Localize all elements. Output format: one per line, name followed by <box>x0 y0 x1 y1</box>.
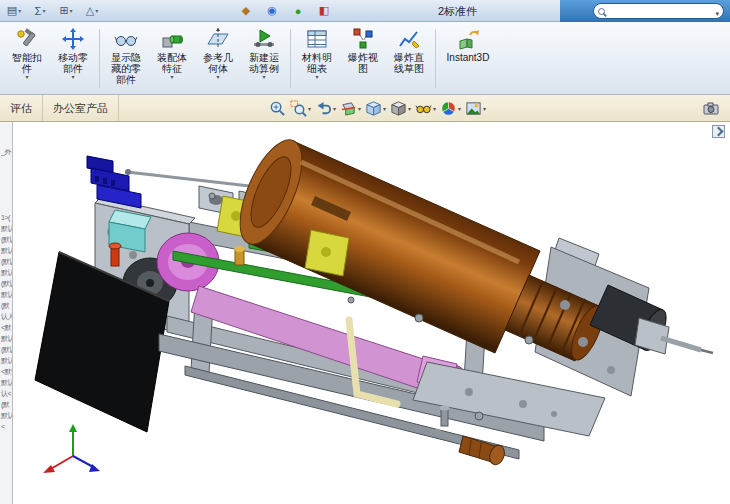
show-hidden-components-icon <box>114 27 138 51</box>
tree-item: (默认 <box>0 234 12 245</box>
tab-office-products[interactable]: 办公室产品 <box>43 95 119 121</box>
ribbon-button-assembly-features[interactable]: 装配体特征 <box>149 24 195 93</box>
yellow-guide-part[interactable] <box>305 230 349 276</box>
tree-item: 默认人 <box>0 410 12 421</box>
bill-of-materials-icon <box>305 27 329 51</box>
document-icon[interactable]: ▤ <box>2 2 26 20</box>
search-area <box>560 0 730 22</box>
title-bar: ▤ Σ ⊞ △ ◆ ◉ ● ◧ 2标准件 <box>0 0 730 22</box>
heads-up-view-toolbar <box>267 99 488 118</box>
tree-item <box>0 157 12 168</box>
hide-show-items-icon[interactable] <box>413 99 438 118</box>
tree-item: <默 <box>0 322 12 333</box>
camera-icon[interactable] <box>702 100 720 116</box>
ribbon-button-reference-geometry[interactable]: 参考几何体 <box>195 24 241 93</box>
tree-item <box>0 124 12 135</box>
edit-appearance-icon[interactable] <box>438 99 463 118</box>
view-orientation-icon[interactable] <box>363 99 388 118</box>
tree-item: 默认< <box>0 223 12 234</box>
knob-part[interactable] <box>435 430 507 467</box>
expand-viewport-icon[interactable] <box>712 125 725 138</box>
palette-icon[interactable]: ◧ <box>312 2 336 20</box>
zoom-area-icon[interactable] <box>288 99 313 118</box>
tree-item: 默认人 <box>0 355 12 366</box>
tree-item <box>0 168 12 179</box>
ribbon-divider <box>99 29 100 88</box>
display-style-icon[interactable] <box>388 99 413 118</box>
explode-line-sketch-icon <box>397 27 421 51</box>
zoom-fit-icon[interactable] <box>267 99 288 118</box>
tree-item: (默认 <box>0 278 12 289</box>
tree-item: (默认 <box>0 256 12 267</box>
tree-item: (默 <box>0 399 12 410</box>
tree-item <box>0 135 12 146</box>
search-input[interactable] <box>608 5 712 17</box>
orientation-triad <box>43 424 100 473</box>
tree-item <box>0 190 12 201</box>
ribbon-button-move-component[interactable]: 移动零部件 <box>50 24 96 93</box>
ribbon-button-exploded-view[interactable]: 爆炸视图 <box>340 24 386 93</box>
ribbon-button-show-hidden-components[interactable]: 显示隐藏的零部件 <box>103 24 149 93</box>
ribbon-button-new-motion-study[interactable]: 新建运动算例 <box>241 24 287 93</box>
ribbon-divider <box>435 29 436 88</box>
search-dropdown-icon[interactable] <box>715 2 719 20</box>
solidworks-window: ▤ Σ ⊞ △ ◆ ◉ ● ◧ 2标准件 智能扣件 移动零部件 <box>0 0 730 504</box>
tree-item: 认< <box>0 388 12 399</box>
tree-item: 默认人 <box>0 289 12 300</box>
tree-item <box>0 201 12 212</box>
move-component-icon <box>61 27 85 51</box>
search-box <box>593 3 724 19</box>
search-icon <box>598 8 605 15</box>
section-view-icon[interactable] <box>338 99 363 118</box>
red-screw-part[interactable] <box>109 243 121 266</box>
tree-item: 认人 <box>0 311 12 322</box>
tree-item <box>0 179 12 190</box>
tree-item: 默认 <box>0 377 12 388</box>
window-title: 2标准件 <box>438 4 477 19</box>
feature-manager-collapsed[interactable]: _外 1>( 默认< (默认 默认人 (默认 默认人 (默认 默认人 (默 认人… <box>0 122 13 504</box>
ribbon-button-instant3d[interactable]: Instant3D <box>439 24 497 93</box>
previous-view-icon[interactable] <box>313 99 338 118</box>
tree-item: 1>( <box>0 212 12 223</box>
warning-icon[interactable]: △ <box>80 2 104 20</box>
tree-item: 默认 <box>0 333 12 344</box>
new-motion-study-icon <box>252 27 276 51</box>
tree-item: < <box>0 421 12 432</box>
target-icon[interactable]: ◉ <box>260 2 284 20</box>
command-manager-tabs: 评估 办公室产品 <box>0 95 730 122</box>
tree-item: _外 <box>0 146 12 157</box>
ribbon-divider <box>290 29 291 88</box>
smart-fastener-icon <box>15 27 39 51</box>
tree-item: (默认 <box>0 344 12 355</box>
tree-item: 默认人 <box>0 267 12 278</box>
tab-evaluate[interactable]: 评估 <box>0 95 43 121</box>
globe-icon[interactable]: ● <box>286 2 310 20</box>
tree-item: 默认人 <box>0 245 12 256</box>
wrench-icon[interactable]: ◆ <box>234 2 258 20</box>
ribbon-button-bill-of-materials[interactable]: 材料明细表 <box>294 24 340 93</box>
ribbon-button-explode-line-sketch[interactable]: 爆炸直线草图 <box>386 24 432 93</box>
sigma-icon[interactable]: Σ <box>28 2 52 20</box>
instant3d-icon <box>456 27 480 51</box>
main-area: _外 1>( 默认< (默认 默认人 (默认 默认人 (默认 默认人 (默 认人… <box>0 122 730 504</box>
tree-item: (默 <box>0 300 12 311</box>
view-settings-icon[interactable] <box>463 99 488 118</box>
graphics-area[interactable] <box>13 122 730 504</box>
assembly-model[interactable] <box>13 122 729 504</box>
command-manager: 智能扣件 移动零部件 显示隐藏的零部件 装配体特征 参考几何体 新建运动算例 材… <box>0 22 730 95</box>
blue-bracket-part[interactable] <box>87 156 141 208</box>
window-icon[interactable]: ⊞ <box>54 2 78 20</box>
tree-item: <默认 <box>0 366 12 377</box>
assembly-features-icon <box>160 27 184 51</box>
reference-geometry-icon <box>206 27 230 51</box>
ribbon-button-smart-fasteners[interactable]: 智能扣件 <box>4 24 50 93</box>
toolbar-group: ◆ ◉ ● ◧ <box>232 2 336 20</box>
exploded-view-icon <box>351 27 375 51</box>
